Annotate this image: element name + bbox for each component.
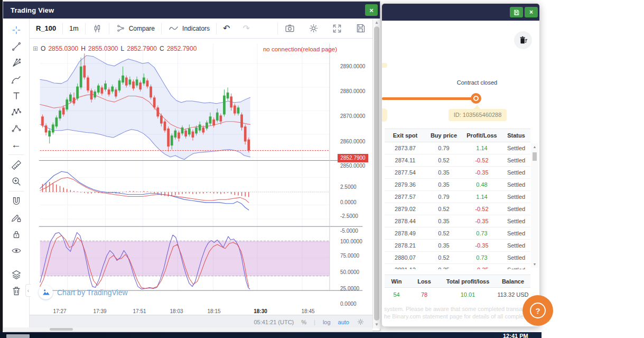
status-badge: Settled	[502, 157, 530, 163]
table-row: 2877.570.791.14Settled	[385, 191, 530, 203]
plus-box-icon[interactable]: ⊞	[33, 45, 38, 52]
ohlc-legend: ⊞ O2855.0300 H2855.0300 L2852.7900 C2852…	[33, 45, 197, 52]
screenshot-button[interactable]	[278, 19, 302, 38]
pl-value: -0.35	[462, 242, 502, 249]
table-scrollbar[interactable]: ▲ ▼	[531, 143, 538, 268]
tool-forecast[interactable]	[7, 120, 25, 136]
price-axis-label: 2880.0000	[340, 88, 372, 95]
macd-histogram	[42, 182, 248, 197]
auto-scale-toggle[interactable]: auto	[338, 319, 349, 325]
chart-style-button[interactable]	[86, 19, 109, 38]
tool-trend-line[interactable]	[7, 38, 25, 54]
time-axis-label: 17:27	[53, 308, 66, 314]
total-profit-loss: 10.01	[440, 291, 496, 298]
indicators-label: Indicators	[182, 25, 210, 32]
fullscreen-button[interactable]	[325, 19, 349, 38]
zoom-in-icon	[11, 176, 22, 187]
trades-table: Exit spot Buy price Profit/Loss Status 2…	[385, 129, 530, 269]
window-vertical-scrollbar[interactable]: ▲ ▼	[372, 19, 380, 328]
chart-canvas[interactable]	[30, 19, 373, 328]
log-scale-toggle[interactable]: log	[323, 319, 331, 325]
close-value: 2852.7900	[167, 45, 197, 52]
panel-save-button[interactable]	[510, 7, 523, 17]
tool-xabcd-pattern[interactable]	[7, 104, 25, 120]
window-horizontal-scrollbar[interactable]	[3, 327, 372, 331]
pl-value: -0.35	[462, 169, 502, 176]
status-badge: Settled	[502, 145, 530, 151]
scroll-down-icon[interactable]: ▼	[531, 262, 538, 266]
redo-icon: ↷	[242, 23, 249, 33]
contract-progress-track[interactable]	[382, 97, 475, 100]
tool-crosshair[interactable]	[7, 22, 25, 38]
pl-value: 0.48	[462, 181, 502, 188]
toolbar-divider	[8, 154, 24, 155]
help-button[interactable]: ?	[522, 295, 553, 326]
close-label: C	[160, 45, 164, 52]
time-axis-label: 17:51	[133, 308, 146, 314]
tool-brush[interactable]	[7, 71, 25, 87]
scroll-down-icon[interactable]: ▼	[373, 322, 380, 327]
chart-status-bar: 05:41:21 (UTC) % | log auto	[30, 315, 373, 328]
undo-button[interactable]: ↶	[217, 19, 236, 38]
low-value: 2852.7900	[127, 45, 157, 52]
clear-results-button[interactable]	[514, 31, 532, 49]
pl-value: 0.73	[462, 230, 502, 236]
toolbar-collapse-handle[interactable]: ‹	[25, 284, 31, 297]
pl-value: 1.14	[462, 194, 502, 200]
tool-lock-all[interactable]	[7, 226, 25, 242]
table-row: 2877.540.35-0.35Settled	[385, 167, 530, 179]
tool-zoom-in[interactable]	[7, 173, 25, 189]
utc-clock[interactable]: 05:41:21 (UTC)	[254, 319, 294, 325]
panel-close-button[interactable]: ×	[525, 7, 538, 17]
trades-table-header: Exit spot Buy price Profit/Loss Status	[385, 129, 530, 142]
time-axis-label: 18:45	[301, 308, 314, 314]
trading-view-window: Trading View ×	[3, 1, 380, 331]
col-exit-spot: Exit spot	[385, 132, 426, 139]
pl-value: -0.35	[462, 267, 502, 269]
window-titlebar[interactable]: Trading View ×	[3, 2, 380, 19]
indicators-button[interactable]: Indicators	[162, 19, 216, 38]
screen: Trading View ×	[0, 0, 644, 338]
tradingview-attribution[interactable]: Chart by TradingView	[39, 285, 128, 299]
status-badge: Settled	[502, 169, 530, 176]
col-profit-loss: Profit/Loss	[462, 132, 502, 139]
pl-value: 1.14	[462, 145, 502, 151]
tool-gann-fan[interactable]	[7, 54, 25, 71]
table-scroll-thumb[interactable]	[533, 152, 537, 161]
table-row: 2879.360.350.48Settled	[385, 179, 530, 191]
redo-button[interactable]: ↷	[236, 19, 256, 38]
tool-arrow-marker[interactable]: ←	[7, 136, 25, 153]
camera-icon	[284, 23, 295, 34]
low-label: L	[121, 45, 125, 52]
edit-lock-icon	[11, 212, 22, 224]
id-chip-notch	[474, 105, 480, 109]
crosshair-icon	[11, 24, 22, 36]
start-button[interactable]	[6, 334, 30, 338]
interval-button[interactable]: 1m	[63, 19, 85, 38]
save-chart-button[interactable]	[349, 19, 372, 38]
compare-button[interactable]: Compare	[109, 19, 161, 38]
settings-button[interactable]	[302, 19, 325, 38]
percent-scale-toggle[interactable]: %	[301, 319, 306, 325]
tool-remove-drawings[interactable]	[7, 282, 25, 299]
scroll-up-icon[interactable]: ▲	[373, 20, 380, 25]
tool-magnet[interactable]	[7, 193, 25, 209]
tool-object-tree[interactable]	[7, 266, 25, 282]
horizontal-scroll-thumb[interactable]	[50, 328, 73, 331]
toolbar-divider	[8, 191, 24, 191]
taskbar-clock: 12:41 PM	[503, 333, 528, 338]
table-row: 2873.870.791.14Settled	[385, 142, 530, 154]
scroll-up-icon[interactable]: ▲	[531, 145, 538, 149]
vertical-scroll-thumb[interactable]	[374, 26, 379, 321]
chart-toolbar: R_100 1m Compare Indicators ↶ ↷	[30, 19, 372, 39]
contract-progress-marker[interactable]	[471, 93, 481, 104]
tool-text[interactable]	[7, 87, 25, 104]
tool-hide-all[interactable]	[7, 242, 25, 259]
window-close-button[interactable]: ×	[365, 4, 378, 16]
tool-measure[interactable]	[7, 157, 25, 173]
open-label: O	[41, 45, 45, 52]
symbol-button[interactable]: R_100	[30, 19, 62, 38]
axis-settings-gear-icon[interactable]	[357, 318, 365, 326]
disclaimer-text: system. Please be aware that some comple…	[384, 305, 528, 320]
tool-drawing-mode-lock[interactable]	[7, 209, 25, 226]
